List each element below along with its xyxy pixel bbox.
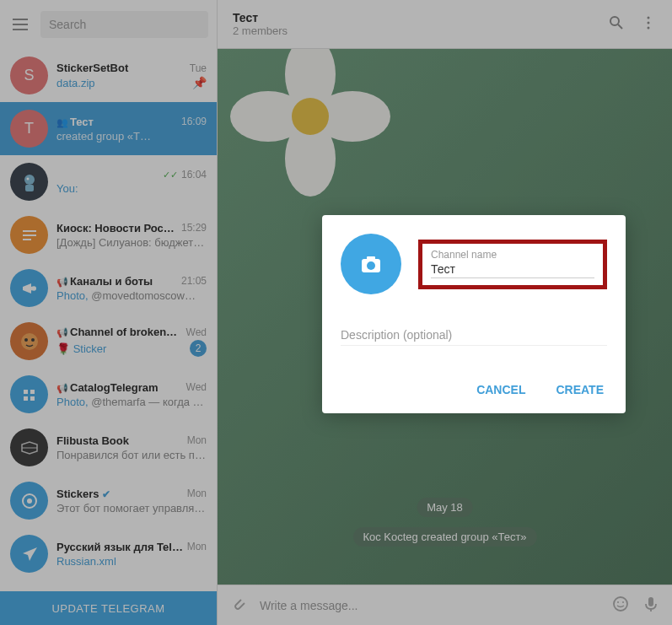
description-input[interactable]: Description (optional) xyxy=(341,328,607,346)
channel-photo-button[interactable] xyxy=(341,234,401,294)
svg-rect-31 xyxy=(367,256,375,261)
channel-name-label: Channel name xyxy=(431,249,594,261)
channel-name-input[interactable]: Тест xyxy=(431,262,594,278)
cancel-button[interactable]: CANCEL xyxy=(473,378,529,401)
camera-icon xyxy=(358,251,384,277)
create-button[interactable]: CREATE xyxy=(552,378,607,401)
channel-name-highlight: Channel name Тест xyxy=(418,240,607,289)
create-channel-modal: Channel name Тест Description (optional)… xyxy=(322,215,626,413)
svg-point-32 xyxy=(367,261,375,270)
